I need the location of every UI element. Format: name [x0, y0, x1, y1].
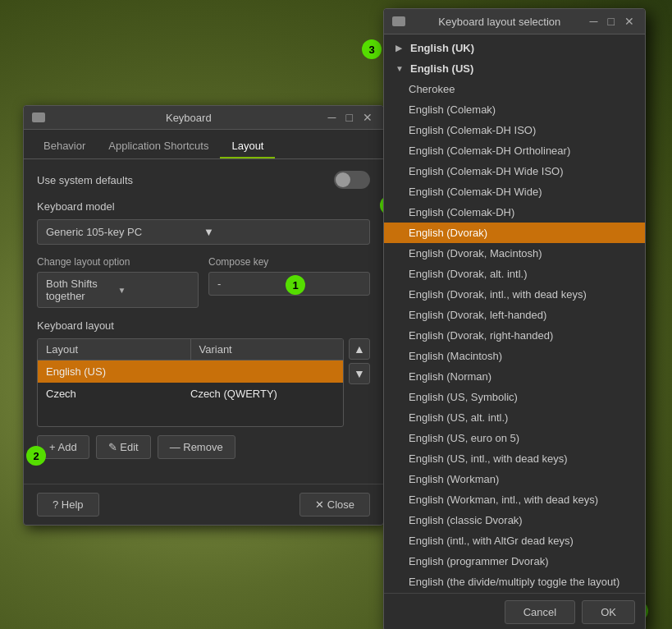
list-item[interactable]: English (US, intl., with dead keys): [384, 448, 645, 469]
compose-key-label: Compose key: [208, 256, 370, 268]
remove-button[interactable]: — Remove: [158, 435, 235, 459]
layout-selection-title: Keyboard layout selection: [412, 16, 587, 28]
edit-button[interactable]: ✎ Edit: [96, 435, 151, 459]
list-item[interactable]: English (Workman): [384, 469, 645, 489]
list-item[interactable]: English (Dvorak): [384, 223, 645, 243]
list-item-label: English (Dvorak, right-handed): [409, 329, 553, 342]
toggle-knob: [336, 172, 350, 187]
list-item[interactable]: ▼English (US): [384, 58, 645, 79]
window-controls: ─ □ ✕: [326, 111, 375, 124]
list-item[interactable]: English (intl., with AltGr dead keys): [384, 530, 645, 551]
layout-keyboard-icon: [392, 16, 405, 26]
dialog-tabs: Behavior Application Shortcuts Layout: [24, 130, 383, 159]
keyboard-dialog-body: Use system defaults Keyboard model Gener…: [24, 159, 383, 479]
keyboard-dialog-footer: ? Help ✕ Close: [24, 484, 383, 525]
layout-with-side: Layout Variant English (US) Czech Czech …: [37, 338, 370, 427]
list-item[interactable]: English (US, euro on 5): [384, 428, 645, 448]
move-up-button[interactable]: ▲: [349, 338, 370, 360]
change-layout-arrow: ▼: [118, 286, 190, 295]
list-item[interactable]: English (Macintosh): [384, 346, 645, 366]
keyboard-layout-section: Keyboard layout Layout Variant English (…: [37, 319, 370, 459]
layout-name: English (US): [46, 365, 190, 378]
layout-minimize-button[interactable]: ─: [587, 15, 601, 28]
use-system-defaults-toggle[interactable]: [334, 171, 370, 189]
list-item[interactable]: ▶English (UK): [384, 38, 645, 58]
list-item[interactable]: English (Colemak-DH Wide): [384, 181, 645, 202]
table-row[interactable]: Czech Czech (QWERTY): [38, 383, 343, 405]
change-layout-dropdown[interactable]: Both Shifts together ▼: [37, 272, 199, 308]
list-item[interactable]: English (US, Symbolic): [384, 387, 645, 407]
list-item[interactable]: English (Norman): [384, 366, 645, 387]
list-item-label: English (intl., with AltGr dead keys): [409, 535, 574, 547]
list-item-label: English (US, euro on 5): [409, 432, 519, 444]
tree-arrow-icon: ▶: [395, 44, 405, 53]
list-item-label: English (Colemak-DH Ortholinear): [409, 145, 570, 157]
list-item[interactable]: English (Colemak-DH ISO): [384, 120, 645, 140]
list-item[interactable]: English (Dvorak, Macintosh): [384, 243, 645, 264]
close-dialog-button[interactable]: ✕ Close: [299, 493, 370, 517]
list-item-label: English (programmer Dvorak): [409, 555, 549, 567]
list-item-label: English (US, alt. intl.): [409, 411, 508, 424]
use-system-defaults-row: Use system defaults: [37, 171, 370, 189]
tab-layout[interactable]: Layout: [220, 135, 275, 158]
list-item[interactable]: English (Dvorak, right-handed): [384, 325, 645, 346]
tab-behavior[interactable]: Behavior: [32, 135, 97, 158]
list-item[interactable]: English (Colemak-DH): [384, 202, 645, 223]
minimize-button[interactable]: ─: [326, 111, 339, 124]
list-item-label: English (Dvorak): [409, 227, 487, 239]
change-layout-group: Change layout option Both Shifts togethe…: [37, 256, 199, 308]
list-item[interactable]: English (Colemak-DH Ortholinear): [384, 140, 645, 161]
table-row[interactable]: English (US): [38, 360, 343, 383]
layout-options-row: Change layout option Both Shifts togethe…: [37, 256, 370, 308]
list-item-label: English (US): [410, 62, 473, 75]
layout-table-body: English (US) Czech Czech (QWERTY): [38, 360, 343, 426]
layout-name: Czech: [46, 388, 190, 400]
layout-selection-titlebar: Keyboard layout selection ─ □ ✕: [384, 9, 645, 34]
list-item[interactable]: English (Colemak-DH Wide ISO): [384, 161, 645, 181]
layout-maximize-button[interactable]: □: [606, 15, 617, 28]
list-item-label: English (Colemak-DH Wide ISO): [409, 165, 564, 177]
layout-list[interactable]: ▶English (UK)▼English (US)CherokeeEnglis…: [384, 34, 645, 593]
list-item[interactable]: English (Dvorak, alt. intl.): [384, 264, 645, 284]
col-variant: Variant: [191, 339, 344, 360]
keyboard-layout-title: Keyboard layout: [37, 319, 370, 332]
list-item[interactable]: English (the divide/multiply toggle the …: [384, 572, 645, 592]
close-button[interactable]: ✕: [360, 111, 375, 124]
list-item-label: Cherokee: [409, 83, 455, 95]
layout-table: Layout Variant English (US) Czech Czech …: [37, 338, 344, 427]
list-item[interactable]: English (classic Dvorak): [384, 510, 645, 530]
tab-application-shortcuts[interactable]: Application Shortcuts: [97, 135, 220, 158]
move-down-button[interactable]: ▼: [349, 363, 370, 384]
list-item-label: English (Dvorak, intl., with dead keys): [409, 288, 587, 301]
list-item[interactable]: English (Dvorak, intl., with dead keys): [384, 284, 645, 305]
list-item-label: English (Colemak): [409, 103, 496, 116]
variant-name: Czech (QWERTY): [190, 388, 335, 400]
list-item-label: English (Norman): [409, 370, 491, 383]
ok-button[interactable]: OK: [582, 600, 635, 624]
maximize-button[interactable]: □: [344, 111, 355, 124]
list-item-label: English (Workman): [409, 473, 499, 485]
layout-selection-dialog: Keyboard layout selection ─ □ ✕ ▶English…: [383, 8, 646, 629]
cancel-button[interactable]: Cancel: [505, 600, 575, 624]
col-layout: Layout: [38, 339, 191, 360]
layout-close-button[interactable]: ✕: [622, 15, 637, 28]
list-item-label: English (Dvorak, alt. intl.): [409, 268, 528, 280]
list-item-label: English (Colemak-DH ISO): [409, 124, 536, 136]
list-item-label: English (Colemak-DH Wide): [409, 186, 542, 198]
list-item[interactable]: English (US, alt. intl.): [384, 407, 645, 428]
keyboard-dialog: Keyboard ─ □ ✕ Behavior Application Shor…: [23, 105, 384, 526]
keyboard-model-dropdown[interactable]: Generic 105-key PC ▼: [37, 219, 370, 245]
list-item[interactable]: English (Dvorak, left-handed): [384, 305, 645, 325]
badge-1: 1: [286, 275, 305, 295]
list-item[interactable]: English (Colemak): [384, 99, 645, 120]
layout-table-header: Layout Variant: [38, 339, 343, 360]
list-item[interactable]: English (Workman, intl., with dead keys): [384, 489, 645, 510]
use-system-defaults-label: Use system defaults: [37, 174, 334, 186]
tree-arrow-icon: ▼: [395, 64, 405, 73]
keyboard-icon: [32, 112, 45, 122]
keyboard-model-section: Keyboard model Generic 105-key PC ▼: [37, 200, 370, 245]
help-button[interactable]: ? Help: [37, 493, 99, 517]
list-item[interactable]: Cherokee: [384, 79, 645, 99]
list-item[interactable]: English (programmer Dvorak): [384, 551, 645, 572]
list-item-label: English (classic Dvorak): [409, 514, 523, 526]
